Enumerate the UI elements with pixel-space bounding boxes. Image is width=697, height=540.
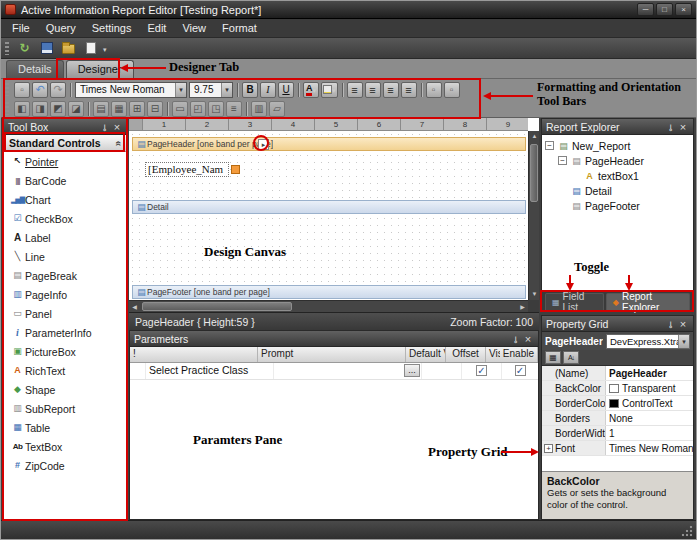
maximize-button[interactable] <box>656 3 673 16</box>
menu-item[interactable]: Settings <box>84 20 140 36</box>
property-value-cell[interactable]: PageHeader <box>606 366 693 380</box>
property-row[interactable]: Font Times New Roman <box>542 441 693 456</box>
toolbox-item[interactable]: BarCode <box>4 171 127 190</box>
tree-node[interactable]: PageFooter <box>542 198 693 213</box>
expand-plus-icon[interactable] <box>544 444 553 453</box>
toolbox-item[interactable]: ZipCode <box>4 456 127 475</box>
run-button[interactable] <box>15 40 34 57</box>
page-footer-band[interactable]: PageFooter [one band per page] <box>132 285 526 299</box>
property-value-cell[interactable]: 1 <box>606 426 693 440</box>
parameters-title-bar[interactable]: Parameters <box>130 331 538 347</box>
parameter-offset-cell[interactable] <box>422 363 462 379</box>
close-icon[interactable] <box>677 121 689 133</box>
layout-tool-button[interactable] <box>129 101 145 117</box>
property-value-cell[interactable]: Times New Roman <box>606 441 693 455</box>
pin-icon[interactable] <box>99 121 111 133</box>
layout-tool-button[interactable] <box>208 101 224 117</box>
categorized-view-button[interactable] <box>545 351 561 364</box>
employee-name-field[interactable]: [Employee_Nam <box>145 162 229 177</box>
page-header-band[interactable]: PageHeader [one band per page] <box>132 137 526 151</box>
toolbar-grip[interactable] <box>5 102 9 115</box>
layout-tool-button[interactable] <box>93 101 109 117</box>
redo-button[interactable] <box>50 82 66 98</box>
report-explorer-title-bar[interactable]: Report Explorer <box>542 119 693 135</box>
bold-button[interactable]: B <box>242 82 258 98</box>
menu-item[interactable]: View <box>174 20 214 36</box>
parameters-column-header[interactable]: Visible <box>486 347 500 362</box>
parameters-column-header[interactable]: ! <box>130 347 258 362</box>
scrollbar-thumb[interactable] <box>142 302 292 311</box>
toolbox-item[interactable]: Line <box>4 247 127 266</box>
toolbox-item[interactable]: Panel <box>4 304 127 323</box>
tree-node[interactable]: New_Report <box>542 138 693 153</box>
close-icon[interactable] <box>677 318 689 330</box>
menu-item[interactable]: Edit <box>139 20 174 36</box>
highlight-color-button[interactable] <box>321 82 338 98</box>
property-row[interactable]: Borders None <box>542 411 693 426</box>
property-value-cell[interactable]: Transparent <box>606 381 693 395</box>
property-row[interactable]: BorderColor ControlText <box>542 396 693 411</box>
toolbox-item[interactable]: ParameterInfo <box>4 323 127 342</box>
align-justify-button[interactable] <box>401 82 417 98</box>
save-button[interactable] <box>37 40 56 57</box>
scroll-down-icon[interactable]: ▼ <box>529 289 540 300</box>
chevron-up-icon[interactable] <box>116 137 122 149</box>
tree-expander-icon[interactable] <box>545 141 554 150</box>
chevron-down-icon[interactable] <box>221 83 232 97</box>
layout-tool-button[interactable] <box>111 101 127 117</box>
property-grid-title-bar[interactable]: Property Grid <box>542 316 693 332</box>
layout-tool-button[interactable] <box>68 101 84 117</box>
toolbox-item[interactable]: PageBreak <box>4 266 127 285</box>
tree-node[interactable]: Detail <box>542 183 693 198</box>
tree-node[interactable]: textBox1 <box>542 168 693 183</box>
chevron-down-icon[interactable] <box>678 335 689 348</box>
property-row[interactable]: (Name) PageHeader <box>542 366 693 381</box>
property-object-type-select[interactable]: DevExpress.Xtra <box>606 334 690 349</box>
parameters-column-header[interactable]: Prompt <box>258 347 406 362</box>
layout-tool-button[interactable] <box>269 101 285 117</box>
font-name-select[interactable]: Times New Roman <box>75 82 187 98</box>
alphabetical-sort-button[interactable] <box>563 351 579 364</box>
font-size-select[interactable]: 9.75 <box>189 82 233 98</box>
toolbox-item[interactable]: SubReport <box>4 399 127 418</box>
close-icon[interactable] <box>111 121 123 133</box>
visible-checkbox[interactable] <box>476 365 487 376</box>
pin-icon[interactable] <box>510 333 522 345</box>
close-icon[interactable] <box>522 333 534 345</box>
toolbox-item[interactable]: Label <box>4 228 127 247</box>
document-tab[interactable]: Details <box>6 60 64 78</box>
toolbox-item[interactable]: Shape <box>4 380 127 399</box>
format-tool-button[interactable] <box>444 82 460 98</box>
layout-tool-button[interactable] <box>190 101 206 117</box>
chevron-down-icon[interactable] <box>175 83 186 97</box>
dock-tab[interactable]: Field List <box>545 293 604 310</box>
toolbox-item[interactable]: PictureBox <box>4 342 127 361</box>
close-button[interactable] <box>675 3 692 16</box>
toolbox-item[interactable]: Pointer <box>4 152 127 171</box>
font-color-button[interactable]: A <box>303 82 319 98</box>
open-button[interactable] <box>59 40 78 57</box>
property-row[interactable]: BackColor Transparent <box>542 381 693 396</box>
minimize-button[interactable] <box>637 3 654 16</box>
toolbox-title-bar[interactable]: Tool Box <box>4 119 127 135</box>
menu-item[interactable]: File <box>4 20 38 36</box>
toolbox-item[interactable]: Chart <box>4 190 127 209</box>
pin-icon[interactable] <box>665 121 677 133</box>
layout-tool-button[interactable] <box>251 101 267 117</box>
toolbox-item[interactable]: Table <box>4 418 127 437</box>
parameters-column-header[interactable]: Enable <box>500 347 538 362</box>
toolbox-group-header[interactable]: Standard Controls <box>4 135 127 152</box>
align-right-button[interactable] <box>383 82 399 98</box>
align-left-button[interactable] <box>347 82 363 98</box>
property-value-cell[interactable]: ControlText <box>606 396 693 410</box>
vertical-scrollbar[interactable]: ▲ ▼ <box>528 131 539 300</box>
format-tool-button[interactable] <box>14 82 30 98</box>
layout-tool-button[interactable] <box>172 101 188 117</box>
menu-item[interactable]: Query <box>38 20 84 36</box>
tree-expander-icon[interactable] <box>558 156 567 165</box>
toolbox-item[interactable]: CheckBox <box>4 209 127 228</box>
ellipsis-button[interactable]: ... <box>404 364 420 377</box>
toolbar-grip[interactable] <box>5 83 9 96</box>
toolbox-item[interactable]: PageInfo <box>4 285 127 304</box>
pin-icon[interactable] <box>665 318 677 330</box>
